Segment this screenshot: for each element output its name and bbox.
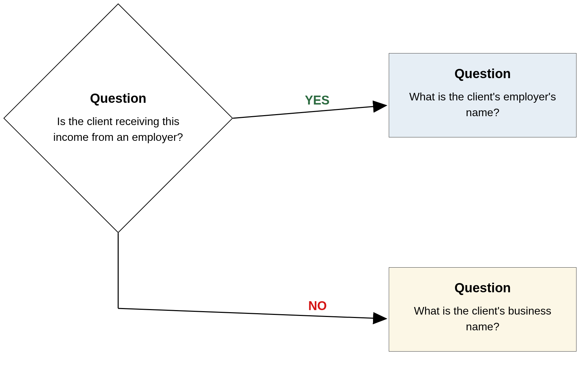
no-result-node: Question What is the client's business n… bbox=[389, 267, 576, 352]
decision-node: Question Is the client receiving this in… bbox=[3, 3, 233, 233]
flowchart-diagram: Question Is the client receiving this in… bbox=[0, 0, 583, 392]
decision-title: Question bbox=[45, 91, 192, 106]
arrow-no bbox=[118, 308, 385, 319]
yes-node-title: Question bbox=[403, 66, 562, 81]
no-node-title: Question bbox=[403, 281, 562, 295]
decision-text: Is the client receiving this income from… bbox=[45, 113, 192, 145]
edge-label-yes: YES bbox=[305, 93, 330, 108]
edge-label-no: NO bbox=[308, 299, 327, 313]
yes-result-node: Question What is the client's employer's… bbox=[389, 53, 576, 137]
yes-node-text: What is the client's employer's name? bbox=[403, 89, 562, 121]
decision-content: Question Is the client receiving this in… bbox=[45, 91, 192, 145]
no-node-text: What is the client's business name? bbox=[403, 303, 562, 335]
